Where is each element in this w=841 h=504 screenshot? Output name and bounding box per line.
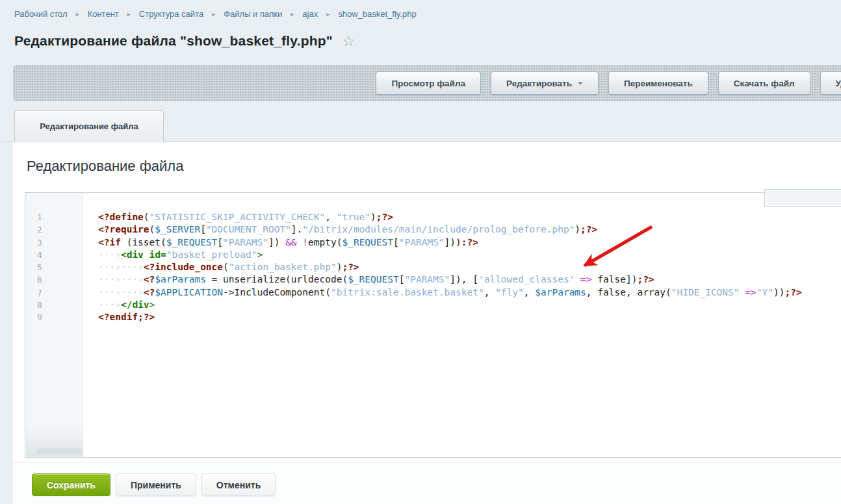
code-token: <?include_once xyxy=(144,262,223,272)
code-token: $_REQUEST xyxy=(342,237,393,247)
tab-edit-file[interactable]: Редактирование файла xyxy=(14,110,164,142)
line-number: 6 xyxy=(25,273,82,286)
code-token: ;?> xyxy=(376,212,393,222)
code-token: , xyxy=(524,287,535,297)
save-button[interactable]: Сохранить xyxy=(32,473,110,496)
line-number: 2 xyxy=(25,223,82,236)
code-token: "/bitrix/modules/main/include/prolog_bef… xyxy=(302,224,575,234)
toolbar-button-label: Редактировать xyxy=(506,79,572,88)
breadcrumb-item: show_basket_fly.php xyxy=(338,9,416,19)
toolbar-button[interactable]: Удалить xyxy=(820,71,841,95)
code-token: "fly" xyxy=(495,287,524,297)
code-token: <? xyxy=(144,287,155,297)
code-token: $arParams xyxy=(155,274,206,284)
code-token: ;?> xyxy=(784,287,801,297)
code-token: > xyxy=(149,299,155,310)
code-token: "PARAMS" xyxy=(223,237,268,247)
toolbar-button[interactable]: Скачать файл xyxy=(718,71,810,95)
line-number: 7 xyxy=(25,286,82,299)
code-token: "bitrix:sale.basket.basket" xyxy=(331,287,484,297)
code-token: </div xyxy=(121,299,149,310)
code-token: $_REQUEST xyxy=(348,274,399,284)
code-editor[interactable]: 123456789 <?define("STATISTIC_SKIP_ACTIV… xyxy=(25,192,841,458)
toolbar-button[interactable]: Переименовать xyxy=(608,71,708,95)
code-token: ;?> xyxy=(637,274,654,284)
toolbar-button-label: Удалить xyxy=(836,79,841,88)
code-token: , xyxy=(325,212,336,222)
code-token xyxy=(575,274,580,284)
tab-bar: Редактирование файла xyxy=(0,110,841,142)
footer-button[interactable]: Отменить xyxy=(201,473,276,496)
chevron-down-icon xyxy=(578,82,583,88)
breadcrumb-item[interactable]: Файлы и папки xyxy=(224,9,282,19)
code-token: ->IncludeComponent( xyxy=(223,287,331,297)
code-token: ···›···› xyxy=(98,287,144,297)
line-number: 3 xyxy=(25,236,82,249)
code-token: , xyxy=(484,287,495,297)
code-token: false]) xyxy=(592,274,638,284)
section-heading: Редактирование файла xyxy=(27,158,183,175)
code-token: "action_basket.php" xyxy=(229,262,337,272)
code-token: :?> xyxy=(461,237,478,247)
code-token: => xyxy=(745,287,756,297)
code-token: <div id= xyxy=(121,249,166,260)
code-token: "basket_preload" xyxy=(166,249,257,260)
code-token: ;?> xyxy=(342,262,359,272)
code-token: "PARAMS" xyxy=(399,237,445,247)
code-token: ( xyxy=(144,212,149,222)
code-token: ;?> xyxy=(580,224,597,234)
code-token: ) xyxy=(370,212,376,222)
code-token: ! xyxy=(302,237,308,247)
code-token: && xyxy=(285,237,296,247)
code-line: ···›<div id="basket_preload"> xyxy=(98,249,841,261)
editor-hscrollbar-thumb[interactable] xyxy=(36,448,82,455)
breadcrumb-item[interactable]: Контент xyxy=(88,9,119,19)
code-token: ]), [ xyxy=(450,274,478,284)
content-panel: Редактирование файла 123456789 <?define(… xyxy=(12,142,841,504)
code-token: <?endif;?> xyxy=(98,312,155,322)
toolbar-button[interactable]: Просмотр файла xyxy=(376,71,481,95)
breadcrumb: Рабочий стол▸Контент▸Структура сайта▸Фай… xyxy=(14,9,417,19)
code-token: ]. xyxy=(291,224,302,234)
editor-code-area[interactable]: <?define("STATISTIC_SKIP_ACTIVITY_CHECK"… xyxy=(83,193,841,457)
footer-button[interactable]: Применить xyxy=(116,473,196,496)
code-token: [ xyxy=(217,237,223,247)
code-token: (isset( xyxy=(121,237,166,247)
code-token: $APPLICATION xyxy=(155,287,223,297)
code-line: ···›···›<?$APPLICATION->IncludeComponent… xyxy=(98,286,841,299)
code-token: ···› xyxy=(98,249,121,260)
code-token: "STATISTIC_SKIP_ACTIVITY_CHECK" xyxy=(149,212,326,222)
code-token: > xyxy=(257,249,263,260)
code-token: 'allowed_classes' xyxy=(478,274,575,284)
code-token: ( xyxy=(149,224,155,234)
toolbar: Просмотр файлаРедактироватьПереименовать… xyxy=(13,65,841,101)
code-token: $_SERVER xyxy=(155,224,200,234)
breadcrumb-item[interactable]: ajax xyxy=(302,9,318,19)
footer-button-group: СохранитьПрименитьОтменить xyxy=(12,462,841,496)
line-number: 9 xyxy=(25,311,82,323)
toolbar-button[interactable]: Редактировать xyxy=(491,71,599,95)
code-token: [ xyxy=(393,237,399,247)
code-token: ···› xyxy=(98,299,121,310)
breadcrumb-item[interactable]: Рабочий стол xyxy=(14,9,68,19)
favorite-star-icon[interactable]: ☆ xyxy=(342,32,356,49)
code-line: ···›···›<?include_once("action_basket.ph… xyxy=(98,261,841,273)
breadcrumb-separator-icon: ▸ xyxy=(291,10,294,18)
breadcrumb-item[interactable]: Структура сайта xyxy=(139,9,203,19)
code-line: ···›</div> xyxy=(98,299,841,311)
code-token: <?define xyxy=(98,212,144,222)
code-token xyxy=(740,287,745,297)
code-token: ···›···› xyxy=(98,262,144,272)
code-token: $arParams xyxy=(535,287,586,297)
code-line: <?if (isset($_REQUEST["PARAMS"]) && !emp… xyxy=(98,236,841,249)
code-token: ]) xyxy=(268,237,285,247)
form-footer: СохранитьПрименитьОтменить xyxy=(12,462,841,504)
code-token: <?require xyxy=(98,224,149,234)
line-number: 8 xyxy=(25,299,82,311)
code-token: ( xyxy=(223,262,229,272)
line-number: 4 xyxy=(25,249,82,261)
toolbar-button-label: Просмотр файла xyxy=(391,79,465,88)
code-token: => xyxy=(580,274,591,284)
code-token: <? xyxy=(144,274,155,284)
breadcrumb-separator-icon: ▸ xyxy=(127,10,131,18)
